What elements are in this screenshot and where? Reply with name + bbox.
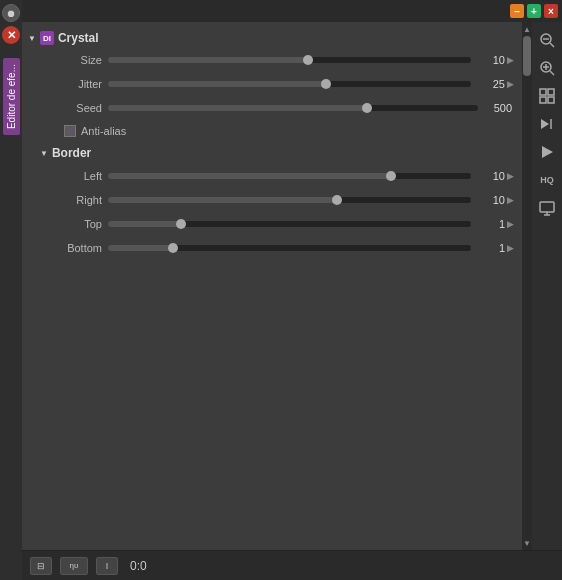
jitter-slider-thumb[interactable]: [321, 79, 331, 89]
border-top-value: 1: [471, 218, 507, 230]
border-right-fill: [108, 197, 337, 203]
border-right-slider[interactable]: [108, 197, 471, 203]
border-right-arrow-icon[interactable]: ▶: [507, 195, 514, 205]
anti-alias-checkbox[interactable]: ✓: [64, 125, 76, 137]
border-left-slider[interactable]: [108, 173, 471, 179]
seed-label: Seed: [50, 102, 108, 114]
border-collapse-icon: ▼: [40, 149, 48, 158]
close-button[interactable]: ×: [544, 4, 558, 18]
title-bar: – + ×: [22, 0, 562, 22]
border-bottom-arrow-icon[interactable]: ▶: [507, 243, 514, 253]
size-slider[interactable]: [108, 57, 471, 63]
border-top-arrow-icon[interactable]: ▶: [507, 219, 514, 229]
crystal-icon: DI: [40, 31, 54, 45]
anti-alias-label: Anti-alias: [81, 125, 126, 137]
jitter-value: 25: [471, 78, 507, 90]
screen-icon[interactable]: [537, 198, 557, 218]
jitter-label: Jitter: [50, 78, 108, 90]
timecode: 0:0: [130, 559, 147, 573]
svg-line-1: [550, 43, 554, 47]
border-right-row: Right 10 ▶: [22, 188, 522, 212]
scrollbar[interactable]: ▲ ▼: [522, 22, 532, 550]
record-icon[interactable]: ⏺: [2, 4, 20, 22]
right-icon-panel: HQ: [532, 22, 562, 550]
toolbar-btn-2[interactable]: ηυ: [60, 557, 88, 575]
jitter-slider[interactable]: [108, 81, 471, 87]
size-value: 10: [471, 54, 507, 66]
grid-icon[interactable]: [537, 86, 557, 106]
seed-slider[interactable]: [108, 105, 478, 111]
anti-alias-row: ✓ Anti-alias: [22, 120, 522, 142]
border-left-fill: [108, 173, 391, 179]
crystal-collapse-icon: ▼: [28, 34, 36, 43]
jitter-arrow-icon[interactable]: ▶: [507, 79, 514, 89]
panel-area: ▼ DI Crystal Size 10 ▶ Jitter: [22, 22, 562, 550]
border-bottom-thumb[interactable]: [168, 243, 178, 253]
svg-marker-11: [541, 119, 549, 129]
empty-space: [22, 260, 522, 460]
border-top-thumb[interactable]: [176, 219, 186, 229]
svg-marker-13: [542, 146, 553, 158]
bottom-toolbar: ⊟ ηυ I 0:0: [22, 550, 562, 580]
seed-slider-fill: [108, 105, 367, 111]
size-label: Size: [50, 54, 108, 66]
app-window: ⏺ ✕ Editor de efe... – + × ▼ DI Crystal: [0, 0, 562, 580]
border-left-thumb[interactable]: [386, 171, 396, 181]
play-frame-icon[interactable]: [537, 114, 557, 134]
scroll-down-arrow[interactable]: ▼: [522, 538, 532, 548]
border-left-value: 10: [471, 170, 507, 182]
svg-rect-8: [548, 89, 554, 95]
svg-line-4: [550, 71, 554, 75]
svg-rect-10: [548, 97, 554, 103]
size-row: Size 10 ▶: [22, 48, 522, 72]
border-bottom-fill: [108, 245, 173, 251]
minimize-button[interactable]: –: [510, 4, 524, 18]
border-bottom-row: Bottom 1 ▶: [22, 236, 522, 260]
border-bottom-slider[interactable]: [108, 245, 471, 251]
border-left-label: Left: [50, 170, 108, 182]
seed-row: Seed 500: [22, 96, 522, 120]
scroll-thumb[interactable]: [523, 36, 531, 76]
play-icon[interactable]: [537, 142, 557, 162]
border-top-fill: [108, 221, 181, 227]
jitter-row: Jitter 25 ▶: [22, 72, 522, 96]
zoom-out-icon[interactable]: [537, 30, 557, 50]
crystal-title: Crystal: [58, 31, 99, 45]
size-slider-thumb[interactable]: [303, 55, 313, 65]
border-title: Border: [52, 146, 91, 160]
seed-value: 500: [478, 102, 514, 114]
scroll-up-arrow[interactable]: ▲: [522, 24, 532, 34]
border-right-thumb[interactable]: [332, 195, 342, 205]
toolbar-btn-1[interactable]: ⊟: [30, 557, 52, 575]
border-right-value: 10: [471, 194, 507, 206]
maximize-button[interactable]: +: [527, 4, 541, 18]
border-top-label: Top: [50, 218, 108, 230]
toolbar-btn-3[interactable]: I: [96, 557, 118, 575]
content-panel: ▼ DI Crystal Size 10 ▶ Jitter: [22, 22, 522, 550]
svg-rect-14: [540, 202, 554, 212]
border-left-row: Left 10 ▶: [22, 164, 522, 188]
seed-slider-thumb[interactable]: [362, 103, 372, 113]
svg-rect-9: [540, 97, 546, 103]
main-content: – + × ▼ DI Crystal Size: [22, 0, 562, 580]
close-red-icon[interactable]: ✕: [2, 26, 20, 44]
border-bottom-value: 1: [471, 242, 507, 254]
border-left-arrow-icon[interactable]: ▶: [507, 171, 514, 181]
size-arrow-icon[interactable]: ▶: [507, 55, 514, 65]
zoom-in-icon[interactable]: [537, 58, 557, 78]
border-top-row: Top 1 ▶: [22, 212, 522, 236]
hq-label[interactable]: HQ: [537, 170, 557, 190]
size-slider-fill: [108, 57, 308, 63]
svg-rect-7: [540, 89, 546, 95]
border-bottom-label: Bottom: [50, 242, 108, 254]
jitter-slider-fill: [108, 81, 326, 87]
left-tab-bar: ⏺ ✕ Editor de efe...: [0, 0, 22, 580]
border-right-label: Right: [50, 194, 108, 206]
border-top-slider[interactable]: [108, 221, 471, 227]
border-section-header[interactable]: ▼ Border: [22, 142, 522, 164]
editor-tab[interactable]: Editor de efe...: [3, 58, 20, 135]
crystal-section-header[interactable]: ▼ DI Crystal: [22, 28, 522, 48]
